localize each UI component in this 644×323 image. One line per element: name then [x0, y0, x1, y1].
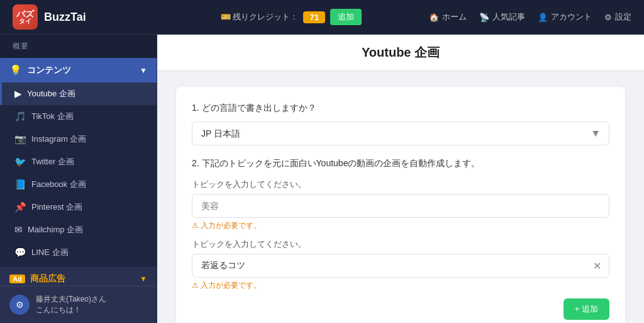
logo-area: バズ タイ BuzzTai: [13, 4, 86, 30]
form-section: 1. どの言語で書き出しますか？ JP 日本語 ▼ 2. 下記のトピックを元に面…: [176, 87, 625, 323]
topic2-clear-button[interactable]: ✕: [586, 255, 609, 277]
sidebar-section-header: 概要: [0, 35, 157, 58]
youtube-kikaku-icon: ▶: [14, 88, 22, 99]
topic2-label: トピックを入力してください。: [192, 239, 609, 250]
home-icon: 🏠: [429, 13, 439, 22]
facebook-kikaku-icon: 📘: [14, 179, 26, 190]
mailchimp-kikaku-icon: ✉: [14, 224, 23, 235]
content-body: 1. どの言語で書き出しますか？ JP 日本語 ▼ 2. 下記のトピックを元に面…: [157, 71, 644, 323]
main-content: Youtube 企画 1. どの言語で書き出しますか？ JP 日本語 ▼ 2. …: [157, 35, 644, 323]
header: バズ タイ BuzzTai 🎫 残りクレジット： 71 追加 🏠 ホーム 📡 人…: [0, 0, 644, 35]
nav-home[interactable]: 🏠 ホーム: [429, 11, 467, 23]
settings-icon: ⚙: [604, 13, 612, 22]
add-topic-button[interactable]: + 追加: [564, 298, 609, 320]
page-title: Youtube 企画: [176, 44, 625, 61]
sidebar-item-facebook-kikaku[interactable]: 📘 Facebook 企画: [0, 173, 157, 196]
sidebar-item-tiktok-kikaku[interactable]: 🎵 TikTok 企画: [0, 105, 157, 128]
account-icon: 👤: [538, 13, 548, 22]
contents-group-icon: 💡: [9, 64, 22, 76]
main-layout: 概要 💡 コンテンツ ▼ ▶ Youtube 企画 🎵 TikTok 企画 📷 …: [0, 35, 644, 323]
topic2-error: ⚠ 入力が必要です。: [192, 280, 609, 291]
sidebar-item-instagram-kikaku[interactable]: 📷 Instagram 企画: [0, 128, 157, 150]
topic2-input-row: ✕: [192, 254, 609, 278]
topic1-input-row: [192, 194, 609, 218]
ads-group-icon: Ad: [9, 275, 25, 283]
user-avatar: ⚙: [9, 295, 30, 315]
question2: 2. 下記のトピックを元に面白いYoutubeの動画の企画を自動作成します。: [192, 158, 609, 169]
tiktok-kikaku-icon: 🎵: [14, 111, 26, 122]
sidebar: 概要 💡 コンテンツ ▼ ▶ Youtube 企画 🎵 TikTok 企画 📷 …: [0, 35, 157, 323]
sidebar-item-mailchimp-kikaku[interactable]: ✉ Mailchimp 企画: [0, 218, 157, 241]
question1: 1. どの言語で書き出しますか？: [192, 103, 609, 114]
nav-area: 🏠 ホーム 📡 人気記事 👤 アカウント ⚙ 設定: [429, 11, 631, 23]
nav-popular[interactable]: 📡 人気記事: [479, 11, 525, 23]
line-kikaku-icon: 💬: [14, 247, 26, 258]
topic2-input[interactable]: [192, 254, 586, 277]
sidebar-item-twitter-kikaku[interactable]: 🐦 Twitter 企画: [0, 150, 157, 173]
twitter-kikaku-icon: 🐦: [14, 156, 26, 167]
nav-account[interactable]: 👤 アカウント: [538, 11, 592, 23]
credits-add-button[interactable]: 追加: [330, 9, 362, 25]
sidebar-item-line-kikaku[interactable]: 💬 LINE 企画: [0, 241, 157, 264]
ads-chevron-icon: ▼: [140, 275, 147, 283]
nav-settings[interactable]: ⚙ 設定: [604, 11, 631, 23]
page-title-bar: Youtube 企画: [157, 35, 644, 71]
topic1-error: ⚠ 入力が必要です。: [192, 220, 609, 231]
credits-area: 🎫 残りクレジット： 71 追加: [221, 9, 362, 25]
sidebar-user-name: 藤井丈夫(Takeo)さん: [36, 294, 106, 305]
logo-text: BuzzTai: [44, 11, 86, 24]
sidebar-contents-group: 💡 コンテンツ ▼ ▶ Youtube 企画 🎵 TikTok 企画 📷 Ins…: [0, 58, 157, 264]
credits-label: 🎫 残りクレジット：: [221, 11, 299, 23]
credits-value: 71: [303, 11, 325, 23]
language-select[interactable]: JP 日本語: [192, 122, 609, 145]
language-select-wrapper: JP 日本語 ▼: [192, 122, 609, 145]
topic1-input[interactable]: [192, 195, 609, 217]
sidebar-user-info: 藤井丈夫(Takeo)さん こんにちは！: [36, 294, 106, 315]
popular-icon: 📡: [479, 13, 489, 22]
sidebar-group-contents[interactable]: 💡 コンテンツ ▼: [0, 58, 157, 82]
sidebar-item-youtube-kikaku[interactable]: ▶ Youtube 企画: [0, 82, 157, 105]
sidebar-footer: ⚙ 藤井丈夫(Takeo)さん こんにちは！: [0, 286, 157, 323]
sidebar-user-greeting: こんにちは！: [36, 305, 106, 315]
logo-icon: バズ タイ: [13, 4, 38, 30]
topic1-label: トピックを入力してください。: [192, 179, 609, 190]
sidebar-item-pinterest-kikaku[interactable]: 📌 Pinterest 企画: [0, 196, 157, 218]
pinterest-kikaku-icon: 📌: [14, 201, 26, 213]
instagram-kikaku-icon: 📷: [14, 133, 26, 145]
contents-chevron-icon: ▼: [140, 66, 147, 75]
